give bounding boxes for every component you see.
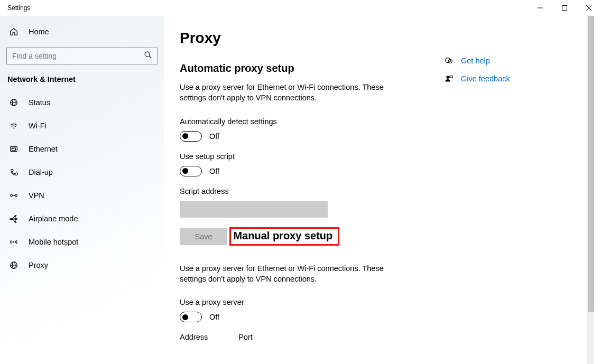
window-controls [528, 0, 601, 16]
svg-point-15 [11, 194, 13, 197]
airplane-icon [8, 214, 19, 223]
sidebar-home-label: Home [29, 27, 49, 36]
vpn-icon [8, 191, 19, 200]
scrollbar-thumb[interactable] [588, 16, 594, 312]
sidebar-category: Network & Internet [0, 72, 164, 91]
sidebar-item-vpn[interactable]: VPN [0, 184, 164, 207]
give-feedback-text: Give feedback [461, 74, 510, 83]
main-content: Proxy Automatic proxy setup Use a proxy … [164, 16, 444, 364]
sidebar-item-label: Proxy [29, 261, 48, 269]
setup-script-label: Use setup script [180, 152, 428, 161]
address-label: Address [180, 333, 208, 341]
search-input[interactable] [12, 52, 138, 60]
sidebar-item-label: Mobile hotspot [29, 238, 78, 246]
svg-point-18 [13, 195, 14, 195]
hotspot-icon [8, 237, 19, 247]
svg-point-20 [13, 241, 14, 242]
svg-rect-1 [562, 6, 567, 11]
svg-line-5 [149, 56, 151, 58]
sidebar-item-label: Status [29, 98, 50, 107]
dialup-icon [8, 167, 19, 177]
auto-proxy-desc: Use a proxy server for Ethernet or Wi-Fi… [180, 82, 402, 104]
setup-script-state: Off [209, 167, 219, 175]
window-title: Settings [7, 4, 30, 12]
maximize-button[interactable] [552, 0, 577, 16]
help-icon: ? [444, 56, 454, 66]
wifi-icon [8, 121, 19, 130]
sidebar-item-proxy[interactable]: Proxy [0, 254, 164, 277]
auto-detect-toggle[interactable] [180, 131, 202, 142]
give-feedback-link[interactable]: Give feedback [444, 70, 587, 88]
sidebar-item-label: Dial-up [29, 168, 53, 176]
sidebar-item-ethernet[interactable]: Ethernet [0, 137, 164, 161]
titlebar: Settings [0, 0, 601, 16]
auto-detect-state: Off [209, 132, 219, 141]
side-links: ? Get help Give feedback [444, 16, 587, 364]
svg-rect-28 [450, 76, 452, 78]
minimize-button[interactable] [528, 0, 552, 16]
sidebar-item-label: Airplane mode [29, 214, 78, 223]
auto-detect-label: Automatically detect settings [180, 117, 428, 126]
search-icon [143, 50, 153, 62]
sidebar-item-dialup[interactable]: Dial-up [0, 161, 164, 184]
globe-icon [8, 98, 19, 107]
use-proxy-toggle[interactable] [180, 312, 202, 322]
sidebar-item-label: VPN [29, 191, 44, 200]
svg-point-4 [145, 52, 150, 57]
use-proxy-state: Off [209, 313, 219, 321]
svg-point-19 [14, 195, 14, 195]
sidebar-item-wifi[interactable]: Wi-Fi [0, 114, 164, 137]
sidebar-item-airplane[interactable]: Airplane mode [0, 207, 164, 230]
get-help-text: Get help [461, 57, 490, 65]
manual-proxy-desc: Use a proxy server for Ethernet or Wi-Fi… [180, 263, 402, 285]
feedback-icon [444, 74, 454, 83]
sidebar-item-status[interactable]: Status [0, 91, 164, 114]
auto-proxy-heading: Automatic proxy setup [180, 62, 428, 74]
home-icon [8, 27, 19, 36]
script-address-label: Script address [180, 187, 428, 195]
close-button[interactable] [577, 0, 601, 16]
sidebar-item-label: Ethernet [29, 145, 58, 153]
use-proxy-label: Use a proxy server [180, 298, 428, 306]
svg-point-16 [15, 194, 17, 197]
ethernet-icon [8, 144, 19, 154]
manual-proxy-heading: Manual proxy setup [233, 230, 332, 242]
sidebar-item-hotspot[interactable]: Mobile hotspot [0, 230, 164, 254]
manual-proxy-highlight: Manual proxy setup [229, 227, 339, 246]
get-help-link[interactable]: ? Get help [444, 52, 587, 70]
proxy-icon [8, 260, 19, 270]
search-input-wrap[interactable] [6, 48, 158, 64]
page-title: Proxy [180, 30, 428, 46]
sidebar-item-label: Wi-Fi [29, 122, 47, 130]
sidebar-home[interactable]: Home [0, 20, 164, 43]
svg-text:?: ? [450, 60, 451, 63]
svg-point-27 [447, 76, 449, 79]
script-address-input[interactable] [180, 201, 328, 218]
save-button[interactable]: Save [180, 228, 227, 245]
setup-script-toggle[interactable] [180, 166, 202, 176]
svg-point-9 [13, 128, 14, 129]
scrollbar[interactable] [587, 16, 594, 364]
port-label: Port [238, 333, 253, 341]
sidebar: Home Network & Internet Status Wi-Fi [0, 16, 164, 364]
